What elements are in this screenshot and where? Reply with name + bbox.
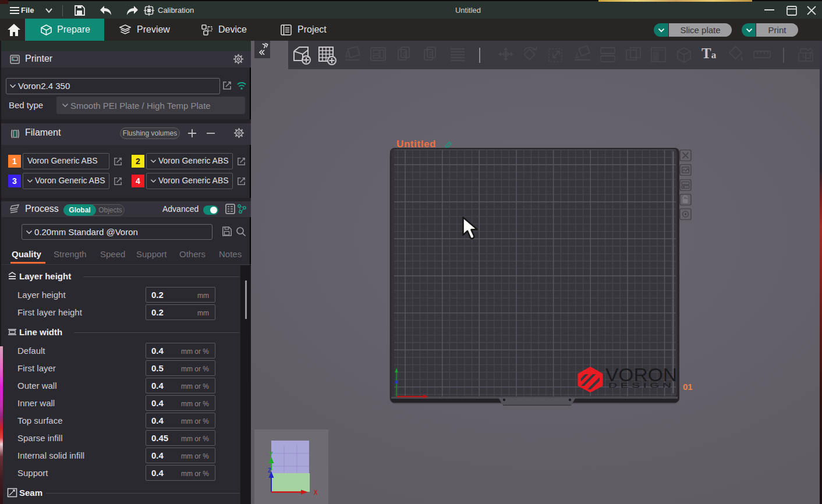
svg-text:Y: Y [269, 451, 273, 457]
svg-text:D E S I G N: D E S I G N [608, 382, 671, 389]
svg-text:P: P [429, 51, 433, 58]
svg-text:X: X [314, 489, 318, 496]
svg-text:0: 0 [403, 51, 406, 58]
